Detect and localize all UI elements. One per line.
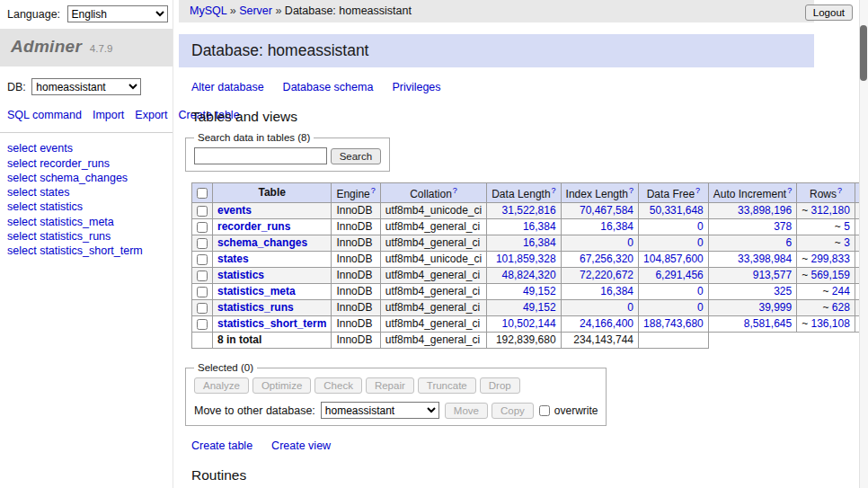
- sidebar-action-export[interactable]: Export: [135, 109, 167, 121]
- rows-count-link[interactable]: 136,108: [811, 317, 850, 330]
- logout-button[interactable]: Logout: [805, 4, 853, 21]
- sidebar-item-select-statistics-meta[interactable]: select statistics_meta: [7, 215, 165, 229]
- search-input[interactable]: [194, 147, 327, 164]
- search-button[interactable]: Search: [331, 148, 381, 164]
- auto-increment-link[interactable]: 325: [774, 285, 792, 297]
- data-free-link[interactable]: 104,857,600: [643, 253, 704, 265]
- auto-increment-link[interactable]: 913,577: [753, 269, 792, 281]
- table-link-schema-changes[interactable]: schema_changes: [217, 236, 307, 249]
- table-link-statistics-runs[interactable]: statistics_runs: [217, 301, 294, 314]
- link-alter-database[interactable]: Alter database: [191, 81, 264, 93]
- sidebar-item-select-statistics-short-term[interactable]: select statistics_short_term: [7, 244, 165, 258]
- overwrite-checkbox[interactable]: [539, 405, 550, 416]
- auto-increment-link[interactable]: 378: [774, 220, 792, 233]
- repair-button[interactable]: Repair: [366, 377, 414, 394]
- sidebar-item-select-recorder-runs[interactable]: select recorder_runs: [7, 156, 165, 171]
- index-length-link[interactable]: 0: [627, 236, 633, 249]
- scrollbar-thumb[interactable]: [860, 25, 867, 81]
- data-free-link[interactable]: 0: [697, 236, 704, 249]
- rows-count-link[interactable]: 569,159: [811, 269, 850, 281]
- data-length-link[interactable]: 49,152: [523, 285, 556, 297]
- auto-increment-link[interactable]: 8,581,645: [744, 317, 792, 330]
- truncate-button[interactable]: Truncate: [418, 377, 476, 394]
- table-link-statistics[interactable]: statistics: [217, 269, 264, 281]
- rows-count-link[interactable]: 3: [844, 236, 850, 249]
- auto-increment-link[interactable]: 39,999: [758, 301, 792, 314]
- breadcrumb-link-server[interactable]: Server: [239, 4, 272, 17]
- help-link-auto-increment-icon[interactable]: ?: [787, 186, 792, 195]
- row-checkbox-events[interactable]: [197, 206, 208, 217]
- data-free-link[interactable]: 188,743,680: [643, 317, 704, 330]
- row-checkbox-statistics-runs[interactable]: [197, 303, 208, 314]
- link-database-schema[interactable]: Database schema: [283, 81, 374, 93]
- link-privileges[interactable]: Privileges: [392, 81, 440, 93]
- data-length-link[interactable]: 101,859,328: [496, 253, 556, 265]
- index-length-link[interactable]: 16,384: [600, 285, 633, 297]
- scrollbar-track[interactable]: [859, 0, 868, 488]
- table-link-statistics-meta[interactable]: statistics_meta: [217, 285, 296, 297]
- data-length-link[interactable]: 49,152: [523, 301, 556, 314]
- help-link-collation-icon[interactable]: ?: [453, 186, 457, 195]
- db-select[interactable]: homeassistant: [31, 78, 141, 95]
- sidebar-item-select-states[interactable]: select states: [7, 185, 165, 200]
- help-link-engine-icon[interactable]: ?: [371, 186, 376, 195]
- link-create-view[interactable]: Create view: [271, 439, 331, 452]
- sidebar-item-select-events[interactable]: select events: [7, 141, 165, 155]
- move-button[interactable]: Move: [445, 403, 488, 419]
- data-length-link[interactable]: 16,384: [523, 220, 556, 233]
- row-checkbox-states[interactable]: [197, 254, 208, 265]
- auto-increment-link[interactable]: 33,898,196: [738, 204, 792, 217]
- select-all-checkbox[interactable]: [197, 188, 208, 199]
- auto-increment-link[interactable]: 6: [785, 236, 792, 249]
- index-length-link[interactable]: 24,166,400: [580, 317, 633, 330]
- table-link-recorder-runs[interactable]: recorder_runs: [217, 220, 290, 233]
- analyze-button[interactable]: Analyze: [194, 377, 249, 394]
- rows-count-link[interactable]: 312,180: [811, 204, 850, 217]
- help-link-data-length-icon[interactable]: ?: [552, 186, 556, 195]
- data-free-link[interactable]: 50,331,648: [650, 204, 704, 217]
- auto-increment-link[interactable]: 33,398,984: [738, 253, 792, 265]
- index-length-link[interactable]: 67,256,320: [580, 253, 633, 265]
- data-free-link[interactable]: 0: [697, 301, 704, 314]
- language-select[interactable]: English: [67, 5, 168, 22]
- sidebar-action-import[interactable]: Import: [93, 109, 124, 121]
- help-link-data-free-icon[interactable]: ?: [695, 186, 700, 195]
- copy-button[interactable]: Copy: [492, 403, 534, 419]
- table-link-events[interactable]: events: [217, 204, 252, 217]
- breadcrumb-link-mysql[interactable]: MySQL: [190, 4, 226, 17]
- data-length-link[interactable]: 10,502,144: [502, 317, 556, 330]
- check-button[interactable]: Check: [314, 377, 362, 394]
- rows-count-link[interactable]: 5: [844, 220, 850, 233]
- data-free-link[interactable]: 0: [697, 285, 704, 297]
- table-link-states[interactable]: states: [217, 253, 249, 265]
- table-link-statistics-short-term[interactable]: statistics_short_term: [217, 317, 326, 330]
- data-length-link[interactable]: 48,824,320: [502, 269, 556, 281]
- rows-count-link[interactable]: 299,833: [811, 253, 850, 265]
- data-free-link[interactable]: 6,291,456: [655, 269, 703, 281]
- row-checkbox-statistics-meta[interactable]: [197, 287, 208, 297]
- link-create-table[interactable]: Create table: [191, 439, 252, 452]
- rows-count-link[interactable]: 628: [832, 301, 850, 314]
- help-link-rows-icon[interactable]: ?: [837, 186, 842, 195]
- index-length-link[interactable]: 72,220,672: [580, 269, 633, 281]
- row-checkbox-schema-changes[interactable]: [197, 238, 208, 249]
- data-length-link[interactable]: 31,522,816: [502, 204, 556, 217]
- data-length-link[interactable]: 16,384: [523, 236, 556, 249]
- sidebar-item-select-schema-changes[interactable]: select schema_changes: [7, 171, 165, 185]
- sidebar-item-select-statistics-runs[interactable]: select statistics_runs: [7, 229, 165, 244]
- row-checkbox-statistics[interactable]: [197, 271, 208, 281]
- row-checkbox-recorder-runs[interactable]: [197, 222, 208, 233]
- drop-button[interactable]: Drop: [480, 377, 520, 394]
- help-link-index-length-icon[interactable]: ?: [629, 186, 633, 195]
- sidebar-item-select-statistics[interactable]: select statistics: [7, 200, 165, 214]
- index-length-link[interactable]: 16,384: [600, 220, 633, 233]
- optimize-button[interactable]: Optimize: [252, 377, 311, 394]
- rows-count-link[interactable]: 244: [832, 285, 850, 297]
- adminer-logo[interactable]: Adminer: [11, 37, 82, 56]
- row-checkbox-statistics-short-term[interactable]: [197, 319, 208, 330]
- index-length-link[interactable]: 0: [627, 301, 633, 314]
- index-length-link[interactable]: 70,467,584: [580, 204, 633, 217]
- sidebar-action-sql-command[interactable]: SQL command: [7, 109, 82, 121]
- move-db-select[interactable]: homeassistant: [321, 402, 439, 419]
- data-free-link[interactable]: 0: [697, 220, 704, 233]
